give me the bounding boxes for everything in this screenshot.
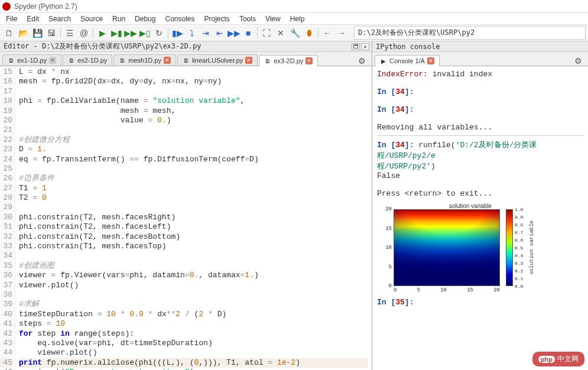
rerun-icon[interactable]: ↻ bbox=[152, 27, 165, 40]
tab-mesh1d[interactable]: 🗎mesh1D.py✕ bbox=[113, 54, 176, 66]
tab-ex3-2d[interactable]: 🗎ex3-2D.py✕ bbox=[259, 55, 318, 66]
close-tab-icon[interactable]: ✕ bbox=[306, 57, 313, 64]
console-header-title: IPython console bbox=[376, 43, 440, 51]
colorbar-labels: 1.00.90.80.70.60.50.40.30.20.10.0 bbox=[515, 209, 527, 286]
run-cell-icon[interactable]: ▶▮ bbox=[110, 27, 123, 40]
tab-options-icon[interactable]: ⚙ bbox=[571, 56, 586, 66]
menu-view[interactable]: View bbox=[261, 14, 285, 24]
stop-debug-icon[interactable]: ■ bbox=[242, 27, 255, 40]
new-file-icon[interactable]: 🗋 bbox=[2, 27, 15, 40]
menu-bar: File Edit Search Source Run Debug Consol… bbox=[0, 13, 588, 25]
step-out-icon[interactable]: ⇤ bbox=[213, 27, 226, 40]
tab-ex1-1d[interactable]: 🗎ex1-1D.py✕ bbox=[2, 54, 61, 66]
save-icon[interactable]: 💾 bbox=[31, 27, 44, 40]
error-name: IndexError: bbox=[377, 70, 428, 79]
divider bbox=[377, 135, 583, 136]
separator bbox=[257, 28, 258, 38]
pythonpath-icon[interactable]: ⬮ bbox=[303, 27, 316, 40]
window-title: Spyder (Python 2.7) bbox=[14, 2, 77, 11]
line-gutter: 1516171819202122232425262728293031323334… bbox=[0, 66, 15, 370]
open-file-icon[interactable]: 📂 bbox=[17, 27, 30, 40]
file-icon: 🗎 bbox=[8, 57, 15, 64]
tab-options-icon[interactable]: ⚙ bbox=[355, 56, 369, 66]
menu-edit[interactable]: Edit bbox=[22, 14, 44, 24]
undock-icon[interactable]: 🗖 bbox=[352, 43, 360, 50]
console-tab[interactable]: ▶Console 1/A✕ bbox=[375, 55, 440, 66]
php-badge-icon: php bbox=[538, 356, 555, 363]
save-all-icon[interactable]: 🖫 bbox=[45, 27, 58, 40]
toolbar: 🗋 📂 💾 🖫 ☰ @ ▶ ▶▮ ▶▶ ▶▯ ↻ ▮▶ ⤵ ⇥ ⇤ ▶▶ ■ ⛶… bbox=[0, 25, 588, 41]
editor-header-title: Editor - D:\2及时备份\分类课程\USRP\py2\ex3-2D.p… bbox=[4, 41, 201, 51]
run-selection-icon[interactable]: ▶▯ bbox=[138, 27, 151, 40]
plot-title: solution variable bbox=[382, 203, 559, 209]
code-content[interactable]: L = dx * nxmesh = fp.Grid2D(dx=dx, dy=dy… bbox=[15, 66, 372, 370]
error-msg: invalid index bbox=[428, 70, 492, 79]
run-cell-advance-icon[interactable]: ▶▶ bbox=[124, 27, 137, 40]
preferences-icon[interactable]: 🔧 bbox=[288, 27, 301, 40]
forward-icon[interactable]: → bbox=[335, 27, 348, 40]
close-tab-icon[interactable]: ✕ bbox=[427, 57, 434, 64]
editor-pane: Editor - D:\2及时备份\分类课程\USRP\py2\ex3-2D.p… bbox=[0, 41, 372, 370]
continue-icon[interactable]: ▶▶ bbox=[228, 27, 241, 40]
menu-tools[interactable]: Tools bbox=[235, 14, 261, 24]
menu-file[interactable]: File bbox=[1, 14, 22, 24]
heatmap-canvas bbox=[394, 209, 500, 286]
menu-run[interactable]: Run bbox=[108, 14, 130, 24]
console-line: Press <return> to exit... bbox=[377, 189, 583, 198]
plot-output: solution variable 20151050 1.00.90.80.70… bbox=[382, 203, 559, 293]
app-logo-icon bbox=[2, 2, 11, 11]
tab-linearlusolver[interactable]: 🗎linearLUSolver.py✕ bbox=[177, 54, 258, 66]
working-dir-input[interactable]: D:\2及时备份\分类课程\USRP\py2 bbox=[354, 26, 586, 40]
close-tab-icon[interactable]: ✕ bbox=[164, 57, 171, 64]
colorbar-title: solution variable bbox=[529, 220, 535, 275]
editor-tab-bar: 🗎ex1-1D.py✕ 🗎ex2-1D.py 🗎mesh1D.py✕ 🗎line… bbox=[0, 52, 372, 66]
separator bbox=[168, 28, 168, 38]
menu-help[interactable]: Help bbox=[285, 14, 310, 24]
code-editor[interactable]: 1516171819202122232425262728293031323334… bbox=[0, 66, 372, 370]
step-over-icon[interactable]: ⤵ bbox=[185, 27, 198, 40]
menu-search[interactable]: Search bbox=[44, 14, 76, 24]
debug-icon[interactable]: ▮▶ bbox=[171, 27, 184, 40]
separator bbox=[318, 28, 319, 38]
close-pane-icon[interactable]: ✕ bbox=[361, 43, 369, 50]
watermark: php 中文网 bbox=[532, 352, 584, 366]
file-icon: 🗎 bbox=[183, 57, 190, 64]
fullscreen-icon[interactable]: ✕ bbox=[274, 27, 287, 40]
maximize-pane-icon[interactable]: ⛶ bbox=[260, 27, 273, 40]
find-icon[interactable]: ☰ bbox=[63, 27, 76, 40]
close-tab-icon[interactable]: ✕ bbox=[49, 57, 56, 64]
run-icon[interactable]: ▶ bbox=[96, 27, 109, 40]
console-line: Removing all variables... bbox=[377, 123, 583, 132]
console-tab-bar: ▶Console 1/A✕ ⚙ bbox=[372, 52, 588, 66]
console-output[interactable]: IndexError: invalid index In [34]: In [3… bbox=[372, 66, 588, 370]
menu-source[interactable]: Source bbox=[76, 14, 108, 24]
outline-icon[interactable]: @ bbox=[77, 27, 90, 40]
step-into-icon[interactable]: ⇥ bbox=[199, 27, 212, 40]
console-header: IPython console bbox=[372, 41, 588, 52]
console-line: False bbox=[377, 171, 583, 180]
plot-y-axis: 20151050 bbox=[382, 209, 394, 286]
separator bbox=[93, 28, 93, 38]
back-icon[interactable]: ← bbox=[321, 27, 334, 40]
file-icon: 🗎 bbox=[68, 57, 75, 64]
watermark-text: 中文网 bbox=[557, 354, 579, 364]
separator bbox=[60, 28, 61, 38]
menu-projects[interactable]: Projects bbox=[200, 14, 235, 24]
close-tab-icon[interactable]: ✕ bbox=[245, 57, 252, 64]
plot-x-axis: 05101520 bbox=[394, 286, 500, 293]
colorbar bbox=[506, 209, 513, 286]
console-pane: IPython console ▶Console 1/A✕ ⚙ IndexErr… bbox=[372, 41, 588, 370]
file-icon: 🗎 bbox=[264, 57, 271, 64]
title-bar: Spyder (Python 2.7) bbox=[0, 0, 588, 13]
console-icon: ▶ bbox=[380, 57, 387, 64]
editor-header: Editor - D:\2及时备份\分类课程\USRP\py2\ex3-2D.p… bbox=[0, 41, 372, 52]
menu-debug[interactable]: Debug bbox=[130, 14, 160, 24]
menu-consoles[interactable]: Consoles bbox=[160, 14, 199, 24]
file-icon: 🗎 bbox=[119, 57, 126, 64]
tab-ex2-1d[interactable]: 🗎ex2-1D.py bbox=[63, 54, 112, 66]
